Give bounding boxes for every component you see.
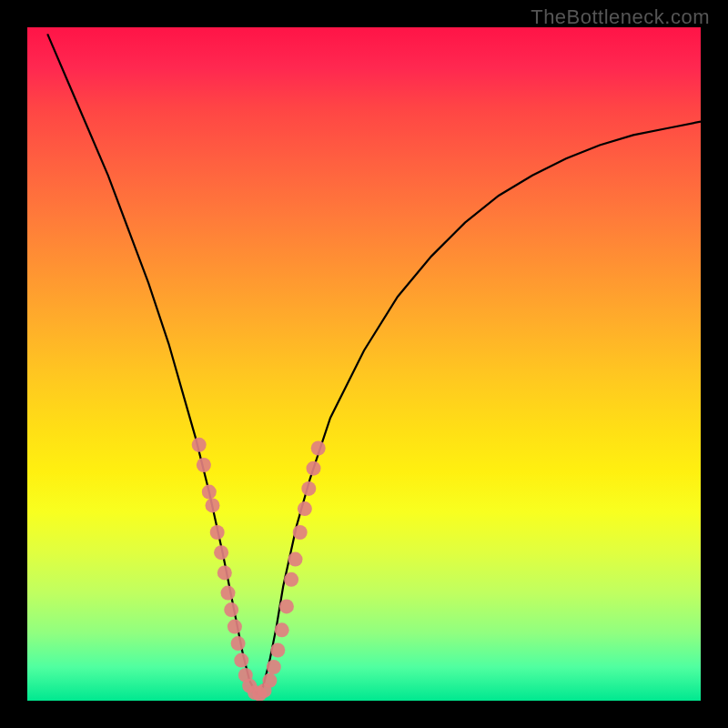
gradient-background <box>27 27 701 701</box>
plot-area <box>27 27 701 701</box>
watermark-text: TheBottleneck.com <box>531 5 710 29</box>
